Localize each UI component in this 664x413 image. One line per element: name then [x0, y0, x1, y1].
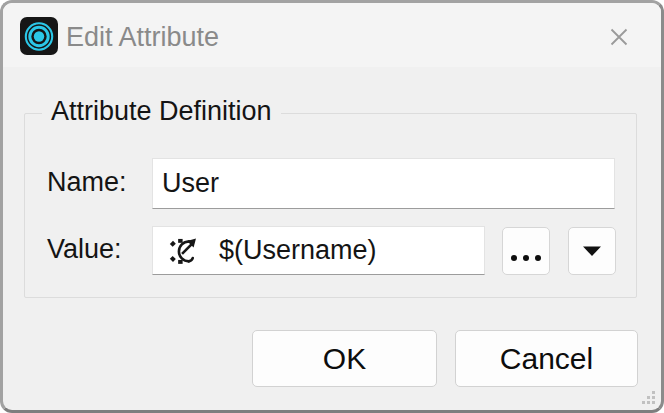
title-bar[interactable]: Edit Attribute — [3, 3, 661, 67]
expression-gear-arrow-icon — [165, 228, 202, 274]
value-text: $(Username) — [219, 235, 377, 266]
name-label: Name: — [47, 167, 127, 198]
resize-grip[interactable] — [642, 391, 655, 404]
ok-button[interactable]: OK — [252, 330, 437, 387]
value-label: Value: — [47, 234, 122, 265]
ellipsis-icon — [511, 255, 541, 261]
group-label: Attribute Definition — [42, 96, 281, 127]
name-input[interactable] — [152, 158, 615, 209]
window-title: Edit Attribute — [66, 22, 219, 53]
triangle-down-icon — [582, 245, 602, 257]
cancel-button[interactable]: Cancel — [455, 330, 638, 387]
edit-attribute-dialog: Edit Attribute Attribute Definition Name… — [0, 0, 664, 413]
dropdown-button[interactable] — [568, 227, 616, 275]
value-input[interactable]: $(Username) — [152, 226, 485, 275]
close-button[interactable] — [597, 17, 641, 57]
browse-button[interactable] — [502, 227, 550, 275]
close-icon — [607, 25, 631, 49]
app-icon — [20, 17, 58, 55]
